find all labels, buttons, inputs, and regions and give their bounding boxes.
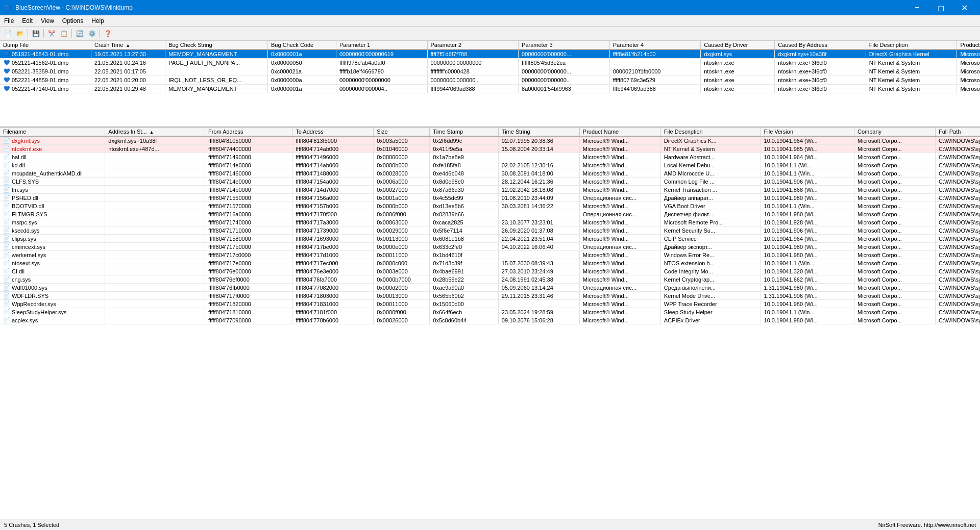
lower-cell-address-in-st xyxy=(105,153,205,161)
lower-cell-size: 0x00027000 xyxy=(374,186,430,194)
lower-table-row[interactable]: 📄FLTMGR.SYSfffff804'716a0000fffff804'717… xyxy=(0,210,980,218)
lower-cell-product-name: Microsoft® Wind... xyxy=(579,161,660,169)
upper-cell-bug-check-code: 0xc000021a xyxy=(268,67,336,76)
toolbar-sep2 xyxy=(43,29,44,38)
lower-cell-file-description: DirectX Graphics K... xyxy=(660,136,761,145)
lower-table-row[interactable]: 📄msrpc.sysfffff804'71740000fffff804'717a… xyxy=(0,218,980,226)
col-param1[interactable]: Parameter 1 xyxy=(336,41,427,49)
lower-cell-time-stamp: 0x633c2fe0 xyxy=(430,243,499,251)
menu-edit[interactable]: Edit xyxy=(18,16,37,26)
lower-table-row[interactable]: 📄tm.sysfffff804'714b0000fffff804'714d700… xyxy=(0,186,980,194)
toolbar-refresh[interactable]: 🔄 xyxy=(74,28,85,39)
lower-cell-from-address: fffff804'71810000 xyxy=(205,308,292,316)
close-button[interactable]: ✕ xyxy=(952,0,976,15)
file-icon: 📄 xyxy=(3,137,10,144)
lower-col-time-string[interactable]: Time String xyxy=(498,128,579,136)
lower-cell-product-name: Операционная сис... xyxy=(579,243,660,251)
col-product-name[interactable]: Product Name xyxy=(957,41,980,49)
upper-cell-caused-driver: ntoskrnl.exe xyxy=(701,67,775,76)
col-dump-file[interactable]: Dump File xyxy=(0,41,91,49)
lower-table-row[interactable]: 📄clipsp.sysfffff804'71580000fffff804'716… xyxy=(0,235,980,243)
lower-col-to-address[interactable]: To Address xyxy=(292,128,374,136)
col-crash-time[interactable]: Crash Time ▲ xyxy=(91,41,165,49)
lower-table-row[interactable]: 📄CI.dllfffff804'76e00000fffff804'76e3e00… xyxy=(0,267,980,275)
lower-table-row[interactable]: 📄cmimcext.sysfffff804'717b0000fffff804'7… xyxy=(0,243,980,251)
lower-table-row[interactable]: 📄cng.sysfffff804'76ef0000fffff804'76fa70… xyxy=(0,275,980,284)
toolbar-save[interactable]: 💾 xyxy=(30,28,41,39)
col-bug-check-code[interactable]: Bug Check Code xyxy=(268,41,336,49)
lower-table-row[interactable]: 📄Wdf01000.sysfffff804'76fb0000fffff804'7… xyxy=(0,284,980,292)
lower-table-row[interactable]: 📄hal.dllfffff804'71490000fffff804'714960… xyxy=(0,153,980,161)
lower-col-company[interactable]: Company xyxy=(854,128,936,136)
lower-cell-address-in-st xyxy=(105,178,205,186)
lower-table-row[interactable]: 📄PSHED.dllfffff804'71550000fffff804'7156… xyxy=(0,194,980,202)
lower-table-row[interactable]: 📄ksecdd.sysfffff804'71710000fffff804'717… xyxy=(0,226,980,235)
upper-cell-product-name: Microsoft® Wind... xyxy=(957,49,980,59)
lower-col-file-version[interactable]: File Version xyxy=(761,128,854,136)
lower-col-from-address[interactable]: From Address xyxy=(205,128,292,136)
upper-table-row[interactable]: 💙052221-35359-01.dmp22.05.2021 00:17:050… xyxy=(0,67,980,76)
menu-options[interactable]: Options xyxy=(58,16,87,26)
toolbar-new[interactable]: 📄 xyxy=(2,28,13,39)
lower-cell-file-version: 10.0.19041.985 (Wi... xyxy=(761,145,854,153)
lower-table-row[interactable]: 📄dxgkrnl.sysdxgkrnl.sys+10a38ffffff804'8… xyxy=(0,136,980,145)
menu-file[interactable]: File xyxy=(0,16,18,26)
lower-table-row[interactable]: 📄WDFLDR.SYSfffff804'717f0000fffff804'718… xyxy=(0,292,980,300)
lower-table-row[interactable]: 📄mcupdate_AuthenticAMD.dllfffff804'71460… xyxy=(0,169,980,178)
lower-table-row[interactable]: 📄acpiex.sysfffff804'77090000fffff804'770… xyxy=(0,316,980,324)
upper-pane[interactable]: Dump File Crash Time ▲ Bug Check String … xyxy=(0,41,980,128)
upper-table-row[interactable]: 💙051921-46843-01.dmp19.05.2021 13:27:30M… xyxy=(0,49,980,59)
lower-cell-time-stamp: 0xcaca2825 xyxy=(430,218,499,226)
col-param2[interactable]: Parameter 2 xyxy=(427,41,519,49)
col-file-desc[interactable]: File Description xyxy=(866,41,957,49)
upper-cell-bug-check-code: 0x00000050 xyxy=(268,59,336,67)
crash-icon: 💙 xyxy=(3,51,10,58)
upper-table-row[interactable]: 💙052221-47140-01.dmp22.05.2021 00:29:48M… xyxy=(0,85,980,93)
toolbar-open[interactable]: 📂 xyxy=(14,28,26,39)
upper-tbody: 💙051921-46843-01.dmp19.05.2021 13:27:30M… xyxy=(0,49,980,93)
toolbar-copy[interactable]: 📋 xyxy=(58,28,69,39)
lower-table-row[interactable]: 📄BOOTVID.dllfffff804'71570000fffff804'71… xyxy=(0,202,980,210)
lower-col-time-stamp[interactable]: Time Stamp xyxy=(430,128,499,136)
lower-col-size[interactable]: Size xyxy=(374,128,430,136)
col-param4[interactable]: Parameter 4 xyxy=(609,41,701,49)
restore-button[interactable]: ◻ xyxy=(929,0,952,15)
lower-cell-size: 0x00026000 xyxy=(374,316,430,324)
upper-table-row[interactable]: 💙052121-41562-01.dmp21.05.2021 00:24:16P… xyxy=(0,59,980,67)
lower-table-row[interactable]: 📄WppRecorder.sysfffff804'71820000fffff80… xyxy=(0,300,980,308)
lower-cell-product-name: Microsoft® Wind... xyxy=(579,186,660,194)
lower-cell-company: Microsoft Corpo... xyxy=(854,178,936,186)
lower-table-row[interactable]: 📄werkernel.sysfffff804'717c0000fffff804'… xyxy=(0,251,980,259)
upper-table-row[interactable]: 💙052221-44859-01.dmp22.05.2021 00:20:00I… xyxy=(0,76,980,85)
lower-cell-file-description: NT Kernel & System xyxy=(660,145,761,153)
lower-pane[interactable]: Filename Address In St... ▲ From Address… xyxy=(0,128,980,519)
lower-table-row[interactable]: 📄ntosext.sysfffff804'717e0000fffff804'71… xyxy=(0,259,980,267)
toolbar-help[interactable]: ❓ xyxy=(102,28,113,39)
toolbar-properties[interactable]: ⚙️ xyxy=(86,28,97,39)
lower-col-filename[interactable]: Filename xyxy=(0,128,105,136)
lower-cell-size: 0x00013000 xyxy=(374,292,430,300)
lower-cell-full-path: C:\WINDOWS\system32\BOOTVID.dll xyxy=(936,202,981,210)
lower-cell-file-description: Драйвер экспорт... xyxy=(660,243,761,251)
col-caused-driver[interactable]: Caused By Driver xyxy=(701,41,775,49)
lower-cell-from-address: fffff804'717e0000 xyxy=(205,259,292,267)
upper-cell-param2: fffffffff'c0000428 xyxy=(427,67,519,76)
lower-col-full-path[interactable]: Full Path xyxy=(936,128,981,136)
menu-view[interactable]: View xyxy=(37,16,58,26)
lower-table-row[interactable]: 📄kd.dllfffff804'714e0000fffff804'714ab00… xyxy=(0,161,980,169)
lower-table-row[interactable]: 📄CLFS.SYSfffff804'714e0000fffff804'7154a… xyxy=(0,178,980,186)
lower-table-row[interactable]: 📄SleepStudyHelper.sysfffff804'71810000ff… xyxy=(0,308,980,316)
col-bug-check-string[interactable]: Bug Check String xyxy=(165,41,268,49)
lower-col-product-name[interactable]: Product Name xyxy=(579,128,660,136)
menu-help[interactable]: Help xyxy=(87,16,108,26)
lower-table-row[interactable]: 📄ntoskrnl.exentoskrnl.exe+487d...fffff80… xyxy=(0,145,980,153)
col-caused-address[interactable]: Caused By Address xyxy=(775,41,866,49)
lower-col-address-in-st[interactable]: Address In St... ▲ xyxy=(105,128,205,136)
lower-cell-company: Microsoft Corpo... xyxy=(854,275,936,284)
lower-cell-file-description: Local Kernel Debu... xyxy=(660,161,761,169)
minimize-button[interactable]: − xyxy=(905,0,929,15)
lower-col-file-desc[interactable]: File Description xyxy=(660,128,761,136)
lower-cell-product-name: Microsoft® Wind... xyxy=(579,259,660,267)
toolbar-cut[interactable]: ✂️ xyxy=(46,28,57,39)
col-param3[interactable]: Parameter 3 xyxy=(519,41,610,49)
